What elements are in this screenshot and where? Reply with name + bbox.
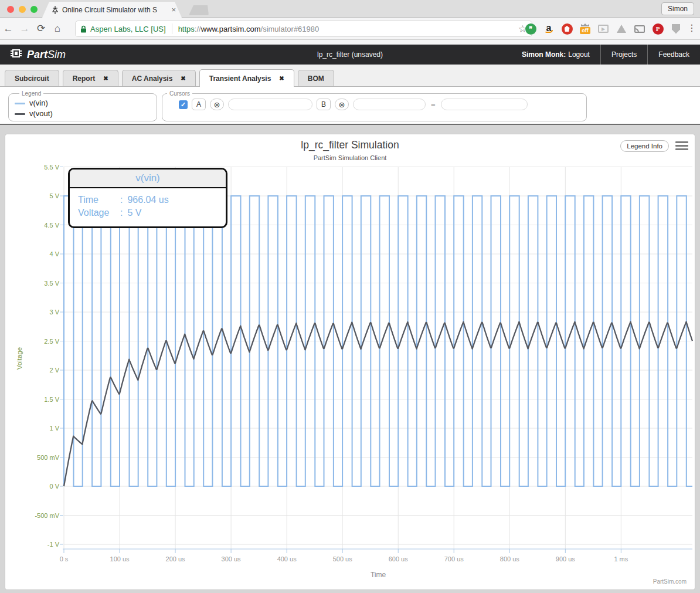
x-tick-label: 500 us (333, 555, 353, 562)
cursor-a-input[interactable] (228, 99, 312, 110)
panel-gap (0, 125, 700, 134)
tab-label: Subcircuit (15, 74, 49, 83)
tooltip-series-name: v(vin) (70, 170, 226, 188)
x-axis-title: Time (371, 571, 386, 579)
tab-label: Report (73, 74, 96, 83)
legend-fieldset-title: Legend (19, 90, 43, 97)
x-tick-label: 300 us (222, 555, 242, 562)
legend-fieldset: Legend v(vin) v(vout) (8, 90, 157, 121)
tab-label: Transient Analysis (209, 74, 271, 83)
tab-transient-analysis[interactable]: Transient Analysis✖ (199, 69, 294, 87)
tab-close-icon[interactable]: ✖ (181, 75, 185, 82)
y-tick-label: 0 V (49, 483, 59, 490)
tab-label: AC Analysis (132, 74, 173, 83)
browser-tab[interactable]: Online Circuit Simulator with S × (42, 2, 182, 18)
forward-icon[interactable]: → (16, 23, 33, 35)
partsim-header: PartSim lp_rc_filter (unsaved) Simon Mon… (0, 45, 700, 65)
legend-item-label: v(vin) (29, 98, 48, 109)
y-tick-label: -1 V (47, 541, 60, 548)
y-tick-label: 5.5 V (44, 164, 59, 171)
x-tick-label: 400 us (277, 555, 297, 562)
cursors-fieldset: Cursors ✓ A ⊗ B ⊗ = (162, 90, 587, 121)
browser-toolbar: ← → ⟳ ⌂ Aspen Labs, LLC [US] https://www… (0, 18, 700, 40)
x-tick-label: 0 s (60, 555, 69, 562)
address-bar[interactable]: Aspen Labs, LLC [US] https://www.partsim… (75, 21, 532, 37)
security-chip[interactable]: Aspen Labs, LLC [US] (90, 25, 166, 33)
back-icon[interactable]: ← (0, 23, 16, 35)
legend-item-vout[interactable]: v(vout) (15, 109, 157, 119)
y-tick-label: 1.5 V (44, 396, 59, 403)
chromecast-icon[interactable] (633, 22, 646, 35)
cursor-a-button[interactable]: A (192, 99, 206, 110)
pinterest-icon[interactable]: P (651, 22, 664, 35)
tab-ac-analysis[interactable]: AC Analysis✖ (122, 70, 196, 86)
cursor-b-input[interactable] (353, 99, 426, 110)
vout-color-dash-icon (15, 113, 25, 115)
x-tick-label: 900 us (556, 555, 576, 562)
chart-tooltip: v(vin) Time:966.04 us Voltage:5 V (68, 168, 227, 228)
tooltip-voltage-value: 5 V (127, 206, 141, 219)
y-axis-title: Voltage (16, 347, 23, 370)
window-controls (7, 6, 38, 13)
video-downloader-icon[interactable]: ▶ (597, 22, 610, 35)
browser-tab-title: Online Circuit Simulator with S (62, 6, 168, 14)
tab-subcircuit[interactable]: Subcircuit (5, 70, 59, 86)
grammarly-icon[interactable]: ❞ (524, 22, 537, 35)
y-tick-label: 4.5 V (44, 222, 59, 229)
legend-item-label: v(vout) (29, 109, 53, 119)
tab-close-icon[interactable]: × (171, 5, 176, 14)
cursor-b-remove-icon[interactable]: ⊗ (335, 99, 349, 110)
url-text: https://www.partsim.com/simulator#61980 (178, 25, 515, 33)
tab-bom[interactable]: BOM (298, 70, 334, 86)
y-tick-label: 500 mV (37, 454, 60, 461)
honey-icon[interactable]: off (579, 22, 592, 35)
url-separator: :// (195, 25, 201, 33)
cursor-a-remove-icon[interactable]: ⊗ (210, 99, 224, 110)
equals-label: = (431, 100, 436, 109)
analysis-tab-bar: SubcircuitReport✖AC Analysis✖Transient A… (0, 65, 700, 86)
tab-report[interactable]: Report✖ (63, 70, 118, 86)
tab-close-icon[interactable]: ✖ (103, 75, 108, 82)
vout-waveform (64, 322, 692, 486)
cursors-fieldset-title: Cursors (167, 90, 192, 97)
cursor-diff-input[interactable] (441, 99, 528, 110)
reload-icon[interactable]: ⟳ (33, 22, 49, 35)
drive-icon[interactable] (615, 22, 628, 35)
browser-profile-button[interactable]: Simon (661, 2, 694, 15)
tab-label: BOM (308, 74, 324, 83)
lock-icon (80, 25, 87, 33)
document-title: lp_rc_filter (unsaved) (0, 50, 700, 59)
partsim-watermark: PartSim.com (653, 578, 687, 585)
vin-color-dash-icon (15, 103, 25, 104)
y-tick-label: 3 V (49, 309, 59, 316)
browser-titlebar: Online Circuit Simulator with S × Simon (0, 0, 700, 18)
y-tick-label: -500 mV (35, 512, 59, 519)
amazon-icon[interactable]: a (542, 22, 555, 35)
home-icon[interactable]: ⌂ (49, 23, 66, 35)
x-tick-label: 800 us (500, 555, 520, 562)
x-tick-label: 200 us (166, 555, 186, 562)
x-tick-label: 700 us (444, 555, 464, 562)
cursor-b-button[interactable]: B (317, 99, 331, 110)
window-minimize-button[interactable] (19, 6, 26, 13)
browser-menu-icon[interactable]: ⋮ (687, 22, 695, 33)
cursors-checkbox[interactable]: ✓ (179, 100, 188, 109)
url-path: /simulator#61980 (261, 25, 320, 33)
window-zoom-button[interactable] (30, 6, 38, 13)
url-host: www.partsim.com (201, 25, 261, 33)
window-close-button[interactable] (7, 6, 14, 13)
y-tick-label: 1 V (49, 425, 59, 432)
cursors-row: ✓ A ⊗ B ⊗ = (162, 97, 586, 110)
tab-close-icon[interactable]: ✖ (279, 75, 284, 82)
y-tick-label: 4 V (49, 250, 59, 257)
new-tab-button[interactable] (189, 5, 209, 15)
tooltip-body: Time:966.04 us Voltage:5 V (70, 188, 226, 226)
adblock-hand-icon[interactable] (560, 22, 573, 35)
tooltip-voltage-label: Voltage (78, 206, 120, 219)
shield-icon[interactable] (670, 22, 682, 35)
legend-item-vin[interactable]: v(vin) (15, 98, 157, 109)
y-tick-label: 3.5 V (44, 280, 59, 287)
x-tick-label: 600 us (389, 555, 409, 562)
simulation-chart-panel: lp_rc_filter Simulation PartSim Simulati… (5, 134, 695, 590)
y-tick-label: 2.5 V (44, 338, 59, 345)
